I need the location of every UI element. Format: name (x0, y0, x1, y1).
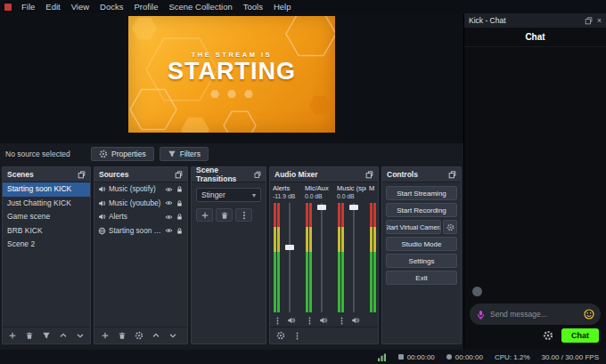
remove-scene-button[interactable] (22, 329, 37, 343)
volume-slider[interactable] (316, 203, 327, 312)
volume-slider-handle[interactable] (285, 245, 294, 250)
network-status (377, 353, 387, 361)
remove-transition-button[interactable] (216, 208, 233, 222)
menu-file[interactable]: File (16, 0, 40, 13)
preview-area: THE STREAM IS STARTING (0, 13, 463, 143)
volume-slider[interactable] (284, 203, 295, 312)
volume-meter (306, 203, 308, 312)
social-hexagons (210, 90, 253, 98)
source-label: Alerts (109, 213, 162, 221)
chat-message-list[interactable] (464, 47, 606, 300)
channel-db-value: 0.0 dB (305, 193, 334, 201)
volume-slider-handle[interactable] (317, 205, 326, 210)
source-item-music-youtube[interactable]: Music (youtube) (94, 197, 187, 211)
audio-source-icon (98, 185, 106, 193)
mixer-menu-button[interactable] (290, 329, 305, 343)
preview-canvas[interactable]: THE STREAM IS STARTING (128, 16, 335, 133)
volume-meter (277, 203, 280, 312)
mute-speaker-icon[interactable] (351, 316, 360, 325)
volume-slider[interactable] (348, 203, 359, 312)
stream-title: STARTING (168, 59, 296, 84)
volume-meter (370, 203, 373, 312)
menu-scene-collection[interactable]: Scene Collection (163, 0, 237, 13)
popout-icon[interactable] (254, 171, 261, 179)
lock-icon[interactable] (176, 185, 184, 193)
menu-profile[interactable]: Profile (129, 0, 164, 13)
gear-icon (276, 331, 285, 340)
menu-docks[interactable]: Docks (94, 0, 128, 13)
hexagon-icon (227, 90, 236, 98)
emoji-icon[interactable] (584, 309, 594, 320)
mute-speaker-icon[interactable] (319, 316, 328, 325)
volume-slider-handle[interactable] (349, 205, 358, 210)
source-item-music-spotify[interactable]: Music (spotify) (94, 182, 187, 197)
transition-properties-button[interactable] (235, 208, 252, 222)
add-source-button[interactable] (97, 329, 112, 343)
transition-selected-value: Stinger (201, 190, 225, 199)
virtual-camera-settings-button[interactable] (443, 220, 457, 234)
menu-edit[interactable]: Edit (40, 0, 65, 13)
chat-dock-title: Kick - Chat (469, 16, 506, 25)
visibility-eye-icon[interactable] (165, 227, 173, 234)
scene-item-game[interactable]: Game scene (3, 210, 90, 224)
source-item-alerts[interactable]: Alerts (94, 210, 187, 224)
visibility-eye-icon[interactable] (165, 214, 173, 221)
mixer-advanced-button[interactable] (273, 329, 288, 343)
popout-icon[interactable] (365, 171, 373, 179)
move-scene-up-button[interactable] (55, 329, 70, 343)
mute-speaker-icon[interactable] (287, 316, 296, 325)
close-icon[interactable]: × (597, 16, 602, 25)
chat-message-input[interactable] (490, 310, 579, 319)
audio-source-icon (98, 199, 106, 207)
lock-icon[interactable] (176, 227, 184, 235)
popout-icon[interactable] (448, 171, 456, 179)
popout-icon[interactable] (585, 17, 593, 25)
menu-view[interactable]: View (66, 0, 94, 13)
move-source-up-button[interactable] (148, 329, 163, 343)
gear-icon (135, 331, 143, 340)
lock-icon[interactable] (176, 213, 184, 221)
move-source-down-button[interactable] (165, 329, 180, 343)
plus-icon (201, 211, 209, 220)
scene-item-just-chatting[interactable]: Just Chatting KICK (3, 197, 90, 211)
menu-tools[interactable]: Tools (238, 0, 268, 13)
scenes-panel: Scenes Starting soon KICK Just Chatting … (2, 166, 91, 344)
menu-bar: File Edit View Docks Profile Scene Colle… (0, 0, 606, 13)
move-scene-down-button[interactable] (72, 329, 87, 343)
scene-item-starting-soon[interactable]: Starting soon KICK (3, 182, 90, 197)
kebab-menu-icon[interactable] (306, 317, 314, 325)
menu-help[interactable]: Help (268, 0, 297, 13)
properties-button[interactable]: Properties (91, 147, 154, 161)
chat-settings-gear-icon[interactable] (543, 330, 553, 341)
visibility-eye-icon[interactable] (165, 199, 173, 206)
trash-icon (25, 331, 34, 340)
kebab-menu-icon[interactable] (338, 317, 346, 325)
source-properties-button[interactable] (131, 329, 146, 343)
settings-button[interactable]: Settings (386, 254, 457, 268)
popout-icon[interactable] (78, 171, 86, 179)
exit-button[interactable]: Exit (386, 271, 457, 285)
start-recording-button[interactable]: Start Recording (386, 203, 457, 217)
scene-item-scene2[interactable]: Scene 2 (3, 238, 90, 252)
popout-icon[interactable] (175, 171, 183, 179)
chat-send-button[interactable]: Chat (561, 328, 599, 343)
lock-icon[interactable] (176, 199, 184, 207)
remove-source-button[interactable] (114, 329, 129, 343)
source-item-starting-soon[interactable]: Starting soon own3d (94, 224, 187, 239)
add-transition-button[interactable] (196, 208, 213, 222)
visibility-eye-icon[interactable] (165, 186, 173, 193)
channel-db-value (369, 193, 378, 201)
start-virtual-camera-button[interactable]: Start Virtual Camera (386, 220, 441, 234)
transition-select[interactable]: Stinger ▾ (196, 188, 261, 202)
add-scene-button[interactable] (5, 329, 20, 343)
filters-button[interactable]: Filters (160, 147, 209, 161)
studio-mode-button[interactable]: Studio Mode (386, 237, 457, 251)
source-label: Music (youtube) (109, 199, 162, 207)
start-streaming-button[interactable]: Start Streaming (386, 186, 457, 200)
microphone-icon[interactable] (476, 310, 486, 320)
chevron-up-icon (152, 331, 160, 340)
kebab-menu-icon[interactable] (274, 317, 282, 325)
scene-filters-button[interactable] (39, 329, 54, 343)
scene-item-brb[interactable]: BRB KICK (3, 224, 90, 239)
chat-header-title: Chat (464, 28, 606, 47)
